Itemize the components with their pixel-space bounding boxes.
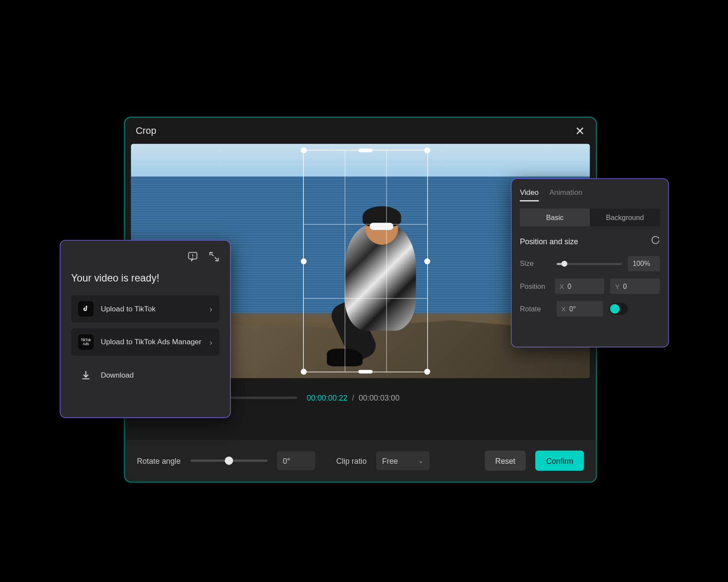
action-label: Download: [101, 371, 212, 379]
subtab-basic[interactable]: Basic: [520, 209, 590, 226]
upload-tiktok-button[interactable]: Upload to TikTok ›: [71, 295, 220, 323]
position-label: Position: [520, 282, 549, 290]
export-panel: Your video is ready! Upload to TikTok › …: [60, 240, 231, 418]
confirm-button[interactable]: Confirm: [536, 451, 584, 471]
close-icon[interactable]: ✕: [575, 124, 585, 138]
tab-animation[interactable]: Animation: [549, 188, 582, 201]
crop-handle-mr[interactable]: [424, 258, 430, 264]
crop-title: Crop: [136, 126, 156, 136]
time-total: 00:00:03:00: [359, 393, 400, 402]
tiktok-ads-icon: TikTokAds: [78, 334, 94, 350]
crop-handle-tc[interactable]: [358, 149, 373, 152]
section-title: Position and size: [520, 237, 578, 246]
clip-ratio-select[interactable]: Free ⌄: [376, 451, 429, 470]
export-title: Your video is ready!: [71, 273, 220, 285]
crop-handle-bc[interactable]: [358, 370, 373, 373]
time-current: 00:00:00:22: [307, 393, 348, 402]
download-icon: [78, 368, 94, 383]
comment-icon[interactable]: [187, 251, 198, 264]
clip-ratio-label: Clip ratio: [336, 456, 367, 466]
position-y-input[interactable]: Y 0: [610, 278, 660, 294]
rotate-x-input[interactable]: X 0°: [557, 301, 603, 317]
subtab-background[interactable]: Background: [590, 209, 660, 226]
crop-handle-br[interactable]: [424, 369, 430, 375]
size-value[interactable]: 100%: [628, 256, 660, 272]
chevron-right-icon: ›: [210, 304, 212, 314]
size-label: Size: [520, 259, 551, 268]
crop-footer: Rotate angle 0° Clip ratio Free ⌄ Reset …: [125, 440, 596, 482]
action-label: Upload to TikTok: [101, 305, 202, 313]
rotate-angle-slider[interactable]: [190, 459, 267, 462]
position-x-input[interactable]: X 0: [555, 278, 604, 294]
crop-handle-ml[interactable]: [301, 258, 307, 264]
tab-video[interactable]: Video: [520, 188, 539, 201]
rotate-angle-label: Rotate angle: [137, 456, 181, 466]
download-button[interactable]: Download: [71, 362, 220, 389]
svg-point-3: [192, 257, 193, 258]
rotate-angle-value[interactable]: 0°: [277, 451, 315, 470]
crop-header: Crop ✕: [125, 118, 596, 144]
reset-section-icon[interactable]: [651, 236, 660, 247]
rotate-toggle[interactable]: [609, 303, 628, 314]
rotate-slider-thumb[interactable]: [224, 456, 233, 465]
crop-handle-tr[interactable]: [424, 147, 430, 153]
expand-icon[interactable]: [209, 251, 220, 264]
size-slider[interactable]: [557, 263, 622, 265]
tiktok-icon: [78, 301, 94, 317]
time-display: 00:00:00:22 / 00:00:03:00: [307, 393, 400, 402]
action-label: Upload to TikTok Ads Manager: [101, 338, 202, 346]
reset-button[interactable]: Reset: [484, 451, 526, 471]
upload-ads-manager-button[interactable]: TikTokAds Upload to TikTok Ads Manager ›: [71, 328, 220, 356]
properties-panel: Video Animation Basic Background Positio…: [511, 178, 669, 347]
chevron-right-icon: ›: [210, 337, 212, 347]
chevron-down-icon: ⌄: [418, 457, 423, 465]
crop-handle-tl[interactable]: [301, 147, 307, 153]
crop-selection[interactable]: [303, 150, 428, 372]
size-slider-thumb[interactable]: [562, 261, 568, 267]
crop-handle-bl[interactable]: [301, 369, 307, 375]
rotate-label: Rotate: [520, 305, 551, 313]
